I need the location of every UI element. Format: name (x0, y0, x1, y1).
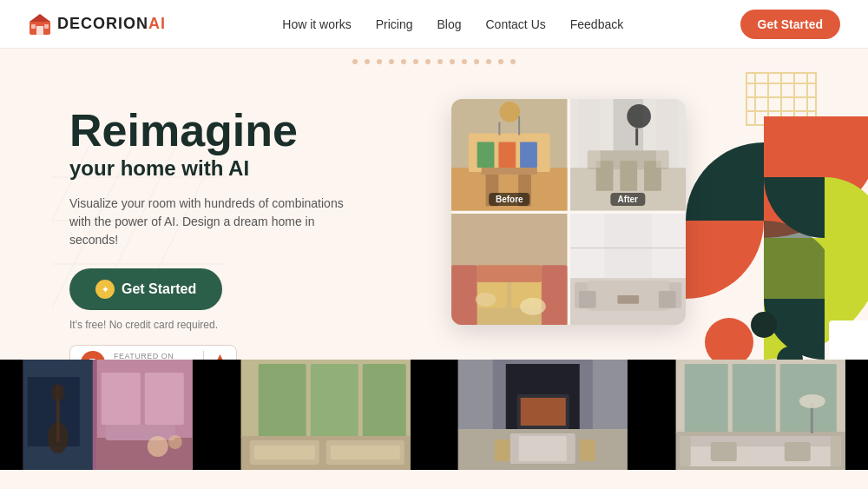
product-hunt-icon: P (81, 351, 105, 360)
svg-rect-88 (102, 373, 141, 425)
svg-point-43 (476, 292, 496, 306)
svg-point-74 (705, 318, 753, 360)
svg-rect-115 (580, 439, 595, 461)
nav-blog[interactable]: Blog (437, 17, 461, 31)
dots-decoration (0, 49, 868, 64)
svg-point-75 (751, 312, 777, 338)
svg-rect-23 (482, 168, 537, 175)
svg-rect-91 (106, 425, 175, 440)
gallery-room-3 (435, 360, 651, 470)
svg-point-18 (499, 102, 520, 122)
svg-rect-40 (477, 265, 542, 282)
svg-rect-127 (830, 436, 840, 466)
svg-rect-17 (520, 142, 537, 168)
svg-rect-106 (330, 446, 399, 459)
cta-icon-circle: ✦ (95, 280, 115, 299)
ph-featured-label: FEATURED ON (114, 352, 191, 360)
svg-rect-114 (495, 439, 510, 461)
svg-point-44 (520, 297, 546, 314)
svg-rect-99 (258, 364, 306, 438)
svg-rect-19 (498, 122, 500, 135)
svg-rect-41 (451, 265, 477, 325)
svg-point-92 (148, 436, 168, 457)
brand-name: DECORIONAI (57, 15, 166, 33)
svg-rect-77 (829, 320, 868, 360)
product-hunt-text: FEATURED ON Product Hunt (114, 352, 191, 360)
svg-rect-129 (784, 442, 810, 461)
svg-rect-120 (684, 364, 727, 433)
before-image-top: Before (451, 99, 568, 211)
svg-rect-101 (362, 364, 405, 438)
svg-rect-34 (578, 99, 600, 168)
nav-contact[interactable]: Contact Us (486, 17, 546, 31)
before-label: Before (489, 193, 530, 206)
nav-links: How it works Pricing Blog Contact Us Fee… (282, 17, 623, 31)
room-after-bottom-svg (570, 214, 687, 326)
svg-rect-125 (680, 436, 840, 446)
free-text: It's free! No credit card required. (69, 319, 434, 331)
svg-rect-20 (518, 116, 520, 135)
hero-room-images: Before After (451, 99, 694, 325)
gallery-item-3 (433, 360, 651, 470)
gallery-room-1 (0, 360, 216, 470)
svg-point-93 (168, 435, 182, 449)
hero-left-content: Reimagine your home with AI Visualize yo… (69, 90, 434, 360)
logo-icon (28, 12, 52, 36)
svg-rect-113 (519, 436, 567, 461)
svg-rect-51 (658, 290, 675, 307)
svg-rect-4 (44, 24, 49, 29)
room-before-bottom-svg (451, 214, 568, 326)
product-hunt-badge[interactable]: P FEATURED ON Product Hunt ▲ 59 (69, 345, 237, 360)
hero-description: Visualize your room with hundreds of com… (69, 195, 347, 249)
hero-title: Reimagine (69, 108, 434, 153)
svg-rect-89 (145, 373, 184, 425)
hero-section: Reimagine your home with AI Visualize yo… (0, 64, 868, 360)
svg-rect-121 (732, 364, 775, 433)
svg-rect-3 (31, 24, 36, 29)
svg-rect-52 (617, 294, 639, 303)
svg-rect-32 (620, 161, 637, 191)
svg-point-27 (627, 104, 651, 129)
gallery-item-4 (651, 360, 869, 470)
nav-feedback[interactable]: Feedback (570, 17, 623, 31)
svg-point-131 (799, 394, 825, 408)
hero-cta-button[interactable]: ✦ Get Started (69, 268, 222, 310)
svg-rect-2 (36, 26, 43, 35)
svg-rect-42 (542, 265, 568, 325)
svg-rect-126 (680, 436, 690, 466)
svg-rect-50 (578, 290, 595, 307)
gallery-item-1 (0, 360, 216, 470)
svg-rect-15 (477, 142, 495, 168)
ph-vote-count: ▲ 59 (203, 351, 226, 360)
ph-arrow-icon: ▲ (214, 351, 225, 360)
svg-point-96 (51, 384, 65, 401)
before-image-bottom (451, 214, 568, 326)
svg-marker-1 (30, 14, 50, 22)
nav-how-it-works[interactable]: How it works (282, 17, 351, 31)
svg-rect-117 (521, 398, 566, 426)
hero-subtitle: your home with AI (69, 156, 434, 181)
nav-cta-button[interactable]: Get Started (740, 10, 840, 39)
svg-rect-100 (310, 364, 358, 438)
after-image-top: After (570, 99, 687, 211)
svg-rect-128 (710, 442, 736, 461)
before-after-grid: Before After (451, 99, 686, 325)
navbar: DECORIONAI How it works Pricing Blog Con… (0, 0, 868, 49)
gallery-item-2 (216, 360, 434, 470)
after-image-bottom (570, 214, 687, 326)
svg-rect-28 (635, 129, 638, 146)
svg-rect-35 (655, 99, 677, 168)
gallery-room-2 (218, 360, 434, 470)
logo[interactable]: DECORIONAI (28, 12, 166, 36)
bottom-gallery (0, 360, 868, 470)
nav-pricing[interactable]: Pricing (376, 17, 413, 31)
after-label: After (611, 193, 645, 206)
gallery-room-4 (653, 360, 869, 470)
svg-rect-105 (253, 446, 314, 459)
svg-rect-16 (498, 142, 516, 168)
svg-rect-53 (604, 214, 651, 278)
